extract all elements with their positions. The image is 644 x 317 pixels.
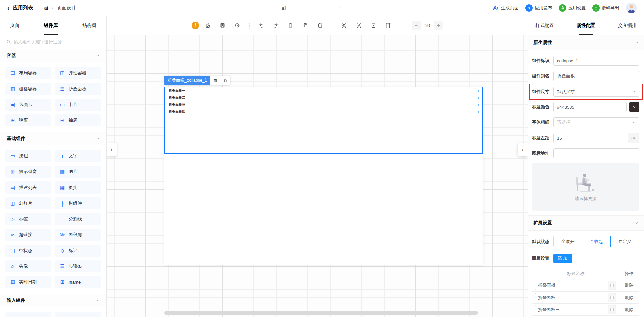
collapse-right-panel-toggle[interactable]: › (518, 143, 528, 156)
component-item-grid-container[interactable]: ▥ 栅格容器 (5, 83, 51, 95)
tab-interaction-config[interactable]: 交互编排 (618, 16, 637, 35)
source-code-icon[interactable] (353, 20, 365, 31)
info-icon[interactable]: i (192, 22, 199, 29)
panel-title-input[interactable] (535, 305, 608, 314)
breadcrumb-app-name[interactable]: ai (44, 5, 48, 11)
resource-picker[interactable]: 请选择资源 (532, 163, 639, 211)
component-item-page-header[interactable]: ▦ 页头 (55, 181, 101, 194)
undo-icon[interactable] (256, 20, 267, 31)
component-item-card[interactable]: ▭ 卡片 (55, 99, 101, 111)
card-icon: ▭ (59, 102, 65, 108)
panel-title-suffix[interactable] (608, 305, 616, 314)
user-avatar[interactable] (626, 3, 637, 13)
collapse-panel-header[interactable]: 折叠面板一 › (165, 87, 482, 94)
section-header-extend-settings[interactable]: 扩展设置 (528, 215, 644, 231)
collapse-panel-header[interactable]: 折叠面板四 › (165, 108, 482, 115)
component-item-text[interactable]: T 文字 (55, 150, 101, 162)
option-expand-all[interactable]: 全展开 (553, 236, 582, 247)
save-icon[interactable] (217, 20, 228, 31)
redo-icon[interactable] (270, 20, 282, 31)
source-export-button[interactable]: 源码导出 (592, 4, 619, 12)
font-weight-select[interactable]: 请选择 (553, 117, 639, 127)
component-item-steps[interactable]: ☰ 步骤条 (55, 260, 101, 272)
section-header-input[interactable]: 输入组件 (0, 294, 106, 307)
component-item-hyperlink[interactable]: ∞ 超链接 (5, 229, 51, 241)
component-alias-input[interactable] (553, 71, 639, 81)
canvas-grid[interactable]: 折叠面板一 › 折叠面板二 › 折叠面板三 › (107, 35, 528, 317)
page-check-icon[interactable] (368, 20, 379, 31)
component-item-tag[interactable]: ▷ 标签 (5, 213, 51, 225)
panel-title-input[interactable] (535, 293, 608, 302)
component-item-partial[interactable] (5, 312, 51, 317)
tab-pages[interactable]: 页面 (10, 16, 19, 35)
tab-property-config[interactable]: 属性配置 (577, 16, 595, 35)
component-item-badge[interactable]: ◇ 标记 (55, 245, 101, 257)
add-panel-button[interactable]: 添加 (553, 254, 572, 263)
component-item-breadcrumb[interactable]: ≫ 面包屑 (55, 229, 101, 241)
delete-component-icon[interactable] (210, 76, 220, 85)
component-item-live-date[interactable]: ▦ 实时日期 (5, 276, 51, 288)
search-input[interactable] (14, 39, 100, 44)
preview-icon[interactable] (338, 20, 350, 31)
collapse-left-panel-toggle[interactable]: ‹ (107, 143, 117, 156)
page-select[interactable]: ai (282, 0, 342, 16)
collapse-component[interactable]: 折叠面板一 › 折叠面板二 › 折叠面板三 › (164, 87, 483, 154)
app-settings-button[interactable]: 应用设置 (559, 4, 586, 12)
section-header-containers[interactable]: 容器 (0, 49, 106, 62)
panel-title-suffix[interactable] (608, 281, 616, 290)
component-item-avatar[interactable]: ☺ 头像 (5, 260, 51, 272)
section-header-basic[interactable]: 基础组件 (0, 132, 106, 145)
panel-title-suffix[interactable] (608, 293, 616, 302)
paste-icon[interactable] (315, 20, 326, 31)
component-item-iframe[interactable]: ⊞ iframe (55, 276, 101, 288)
zoom-in-button[interactable]: + (434, 21, 443, 30)
component-item-tree[interactable]: ├ 树组件 (55, 197, 101, 209)
panel-title-input[interactable] (535, 281, 608, 290)
component-item-modal[interactable]: ⊞ 弹窗 (5, 114, 51, 126)
zoom-out-button[interactable]: − (412, 21, 421, 30)
component-item-partial[interactable] (55, 312, 101, 317)
delete-row-button[interactable]: 删除 (625, 295, 634, 301)
back-chevron-icon[interactable]: ‹ (7, 5, 10, 11)
locate-icon[interactable] (232, 20, 243, 31)
component-item-flex-container[interactable]: ◫ 弹性容器 (55, 67, 101, 79)
generate-page-button[interactable]: Ai 生成页面 (493, 5, 519, 11)
component-item-empty-state[interactable]: ▢ 空状态 (5, 245, 51, 257)
collapse-panel-header[interactable]: 折叠面板二 › (165, 94, 482, 101)
title-color-input[interactable] (553, 102, 627, 112)
component-size-select[interactable]: 默认尺寸 (553, 87, 639, 97)
option-custom[interactable]: 自定义 (610, 236, 639, 247)
copy-component-icon[interactable] (220, 76, 230, 85)
frame-icon[interactable] (383, 20, 394, 31)
component-item-image[interactable]: ▧ 图片 (55, 166, 101, 178)
component-item-button[interactable]: ▭ 按钮 (5, 150, 51, 162)
tab-style-config[interactable]: 样式配置 (535, 16, 554, 35)
color-swatch-button[interactable] (629, 102, 639, 112)
option-collapse-all[interactable]: 全收起 (582, 236, 611, 247)
component-item-desc-list[interactable]: ▤ 描述列表 (5, 181, 51, 194)
component-id-input[interactable] (553, 56, 639, 66)
component-item-divider[interactable]: ┄ 分割线 (55, 213, 101, 225)
delete-icon[interactable] (285, 20, 297, 31)
icon-url-input[interactable] (553, 148, 639, 158)
component-item-collapse-panel[interactable]: ☰ 折叠面板 (55, 83, 101, 95)
collapse-panel-header[interactable]: 折叠面板三 › (165, 101, 482, 108)
delete-row-button[interactable]: 删除 (625, 307, 634, 313)
chevron-down-icon (632, 90, 636, 94)
component-item-layout-container[interactable]: ▤ 布局容器 (5, 67, 51, 79)
delete-row-button[interactable]: 删除 (625, 282, 634, 288)
back-to-app-list[interactable]: 应用列表 (13, 5, 33, 11)
tab-structure-tree[interactable]: 结构树 (82, 16, 96, 35)
section-header-native-props[interactable]: 原生属性 (528, 35, 644, 50)
app-publish-button[interactable]: 应用发布 (525, 4, 552, 12)
field-default-state: 默认状态 全展开 全收起 自定义 (532, 236, 639, 247)
component-item-alert[interactable]: ⊞ 提示弹窗 (5, 166, 51, 178)
component-item-tabs[interactable]: ▣ 选项卡 (5, 99, 51, 111)
copy-icon[interactable] (300, 20, 311, 31)
unlock-icon[interactable] (202, 20, 214, 31)
tab-component-library[interactable]: 组件库 (44, 16, 58, 35)
title-left-input[interactable] (554, 133, 628, 143)
horizontal-scrollbar[interactable] (164, 311, 478, 315)
component-item-carousel[interactable]: ◫ 幻灯片 (5, 197, 51, 209)
component-item-drawer[interactable]: ⊟ 抽屉 (55, 114, 101, 126)
